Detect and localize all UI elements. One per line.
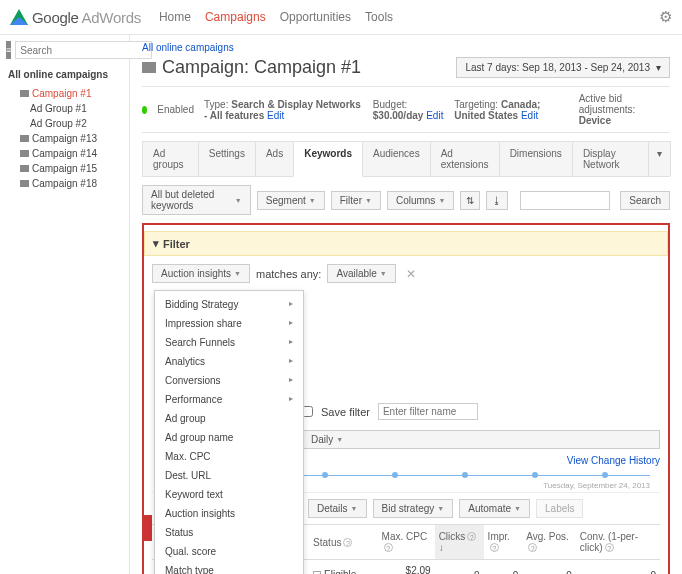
tab[interactable]: Ad extensions xyxy=(430,141,500,176)
dropdown-item[interactable]: Impression share xyxy=(155,314,303,333)
top-nav: Home Campaigns Opportunities Tools xyxy=(159,6,393,28)
chart-point xyxy=(602,472,608,478)
gear-icon[interactable]: ⚙ xyxy=(659,8,672,26)
tab[interactable]: Settings xyxy=(198,141,256,176)
chart-legend-marker xyxy=(144,515,152,541)
tab[interactable]: Audiences xyxy=(362,141,431,176)
download-icon[interactable]: ⭳ xyxy=(486,191,508,210)
dropdown-item[interactable]: Performance xyxy=(155,390,303,409)
dropdown-item[interactable]: Analytics xyxy=(155,352,303,371)
dropdown-item[interactable]: Ad group xyxy=(155,409,303,428)
sidebar-item[interactable]: Campaign #18 xyxy=(6,176,123,191)
columns-dropdown[interactable]: Columns▼ xyxy=(387,191,454,210)
dropdown-item[interactable]: Conversions xyxy=(155,371,303,390)
labels-dropdown: Labels xyxy=(536,499,583,518)
status-state: Enabled xyxy=(157,104,194,115)
filter-dropdown-menu: Bidding StrategyImpression shareSearch F… xyxy=(154,290,304,574)
matches-label: matches any: xyxy=(256,268,321,280)
keywords-filter-dropdown[interactable]: All but deleted keywords▼ xyxy=(142,185,251,215)
sidebar-item[interactable]: Ad Group #2 xyxy=(6,116,123,131)
folder-icon xyxy=(20,150,29,157)
date-range-picker[interactable]: Last 7 days: Sep 18, 2013 - Sep 24, 2013… xyxy=(456,57,670,78)
folder-icon xyxy=(142,62,156,73)
sidebar-item[interactable]: Campaign #14 xyxy=(6,146,123,161)
sidebar-item[interactable]: Campaign #1 xyxy=(6,86,123,101)
nav-opportunities[interactable]: Opportunities xyxy=(280,6,351,28)
edit-target[interactable]: Edit xyxy=(521,110,538,121)
col-header[interactable]: Conv. (1-per-click)? xyxy=(576,525,660,560)
daily-dropdown[interactable]: Daily▼ xyxy=(302,430,660,449)
chart-point xyxy=(532,472,538,478)
dropdown-item[interactable]: Status xyxy=(155,523,303,542)
adwords-logo-icon xyxy=(10,9,28,25)
col-header[interactable]: Clicks? ↓ xyxy=(435,525,484,560)
filter-selector[interactable]: Auction insights▼ xyxy=(152,264,250,283)
chevron-down-icon: ▾ xyxy=(656,62,661,73)
chart-icon[interactable]: ⇅ xyxy=(460,191,480,210)
col-header[interactable]: Avg. Pos.? xyxy=(522,525,576,560)
logo-text: Google AdWords xyxy=(32,9,141,26)
logo: Google AdWords xyxy=(10,9,141,26)
tab[interactable]: Ad groups xyxy=(142,141,199,176)
dropdown-item[interactable]: Auction insights xyxy=(155,504,303,523)
dropdown-item[interactable]: Max. CPC xyxy=(155,447,303,466)
toolbar-search-input[interactable] xyxy=(520,191,610,210)
filter-value[interactable]: Available▼ xyxy=(327,264,395,283)
sidebar-item[interactable]: Campaign #13 xyxy=(6,131,123,146)
chart-point xyxy=(462,472,468,478)
dropdown-item[interactable]: Search Funnels xyxy=(155,333,303,352)
sidebar-item[interactable]: Ad Group #1 xyxy=(6,101,123,116)
tab[interactable]: Dimensions xyxy=(499,141,573,176)
col-header[interactable]: Status? xyxy=(309,525,378,560)
dropdown-item[interactable]: Keyword text xyxy=(155,485,303,504)
nav-campaigns[interactable]: Campaigns xyxy=(205,6,266,28)
nav-home[interactable]: Home xyxy=(159,6,191,28)
col-header[interactable]: Impr.? xyxy=(484,525,523,560)
nav-tools[interactable]: Tools xyxy=(365,6,393,28)
dropdown-item[interactable]: Bidding Strategy xyxy=(155,295,303,314)
breadcrumb[interactable]: All online campaigns xyxy=(142,42,234,53)
dropdown-item[interactable]: Qual. score xyxy=(155,542,303,561)
tab[interactable]: Keywords xyxy=(293,141,363,177)
segment-dropdown[interactable]: Segment▼ xyxy=(257,191,325,210)
folder-icon xyxy=(20,180,29,187)
tab[interactable]: Ads xyxy=(255,141,294,176)
dropdown-item[interactable]: Ad group name xyxy=(155,428,303,447)
sidebar-item[interactable]: Campaign #15 xyxy=(6,161,123,176)
col-header[interactable]: Max. CPC? xyxy=(378,525,435,560)
filter-dropdown[interactable]: Filter▼ xyxy=(331,191,381,210)
folder-icon xyxy=(20,135,29,142)
sidebar-heading[interactable]: All online campaigns xyxy=(6,65,123,86)
dropdown-item[interactable]: Match type xyxy=(155,561,303,574)
bid-strategy-dropdown[interactable]: Bid strategy▼ xyxy=(373,499,454,518)
page-title: Campaign #1 xyxy=(254,57,361,77)
filter-toggle-icon[interactable]: ▾ xyxy=(153,237,159,250)
chart-point xyxy=(392,472,398,478)
tabs-more[interactable]: ▾ xyxy=(648,141,671,176)
search-button[interactable]: Search xyxy=(620,191,670,210)
dropdown-item[interactable]: Dest. URL xyxy=(155,466,303,485)
save-filter-label: Save filter xyxy=(321,406,370,418)
title-prefix: Campaign: xyxy=(162,57,249,77)
automate-dropdown[interactable]: Automate▼ xyxy=(459,499,530,518)
folder-icon xyxy=(20,90,29,97)
folder-icon xyxy=(20,165,29,172)
chart-line xyxy=(262,475,650,476)
filter-title: Filter xyxy=(163,238,190,250)
edit-type[interactable]: Edit xyxy=(267,110,284,121)
tab[interactable]: Display Network xyxy=(572,141,649,176)
sidebar-collapse-icon[interactable]: ≡ xyxy=(6,41,11,59)
edit-budget[interactable]: Edit xyxy=(426,110,443,121)
chart-point xyxy=(322,472,328,478)
filter-name-input[interactable] xyxy=(378,403,478,420)
remove-filter-icon[interactable]: ✕ xyxy=(406,267,416,281)
details-dropdown[interactable]: Details▼ xyxy=(308,499,367,518)
chart-date-label: Tuesday, September 24, 2013 xyxy=(543,481,650,490)
status-dot-icon xyxy=(142,106,147,114)
